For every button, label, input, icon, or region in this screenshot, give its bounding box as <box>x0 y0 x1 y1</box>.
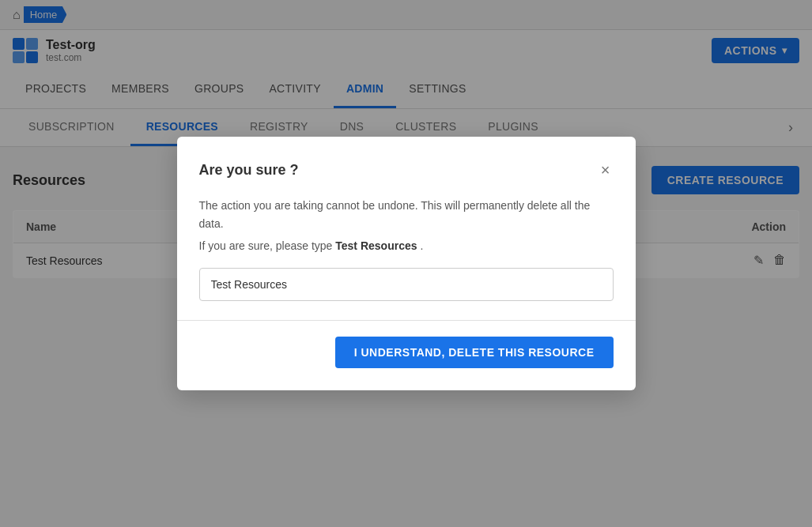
confirm-input[interactable] <box>199 268 614 297</box>
modal-message-line1: The action you are taking cannot be undo… <box>199 197 614 232</box>
modal-body: The action you are taking cannot be undo… <box>199 197 614 297</box>
modal-header: Are you sure ? × <box>199 159 614 181</box>
confirm-modal: Are you sure ? × The action you are taki… <box>177 137 636 297</box>
confirm-prefix: If you are sure, please type <box>199 239 336 252</box>
confirm-suffix: . <box>417 239 424 252</box>
modal-overlay: Are you sure ? × The action you are taki… <box>0 0 812 297</box>
confirm-word: Test Resources <box>335 239 417 252</box>
modal-message-line2: If you are sure, please type Test Resour… <box>199 237 614 254</box>
modal-title: Are you sure ? <box>199 162 299 179</box>
modal-close-button[interactable]: × <box>598 159 614 181</box>
